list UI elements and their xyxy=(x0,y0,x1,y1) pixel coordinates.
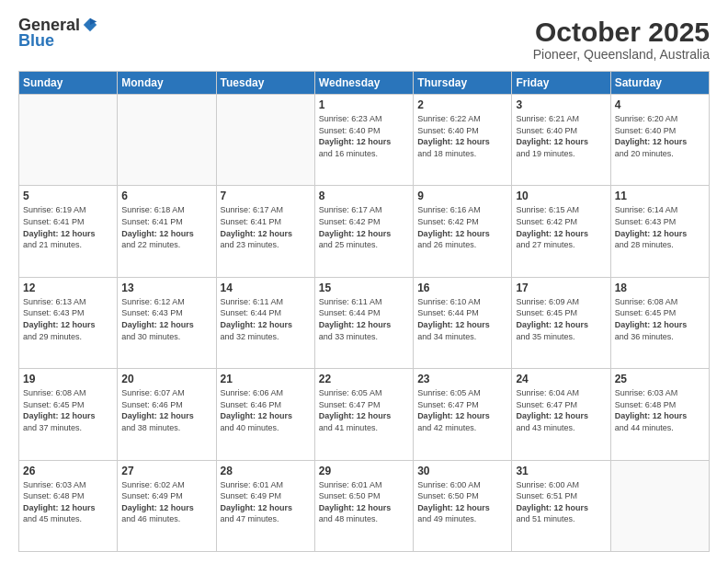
day-number: 20 xyxy=(121,373,211,385)
calendar-cell: 19Sunrise: 6:08 AMSunset: 6:45 PMDayligh… xyxy=(19,369,118,460)
day-info: Sunrise: 6:01 AMSunset: 6:49 PMDaylight:… xyxy=(221,479,311,525)
calendar-cell: 9Sunrise: 6:16 AMSunset: 6:42 PMDaylight… xyxy=(414,186,512,277)
calendar-cell: 7Sunrise: 6:17 AMSunset: 6:41 PMDaylight… xyxy=(216,186,314,277)
calendar-cell: 1Sunrise: 6:23 AMSunset: 6:40 PMDaylight… xyxy=(314,95,413,186)
day-number: 28 xyxy=(221,465,311,477)
day-number: 29 xyxy=(319,465,409,477)
calendar-cell: 2Sunrise: 6:22 AMSunset: 6:40 PMDaylight… xyxy=(414,95,512,186)
day-number: 7 xyxy=(221,190,311,202)
calendar-cell: 4Sunrise: 6:20 AMSunset: 6:40 PMDaylight… xyxy=(610,95,709,186)
day-number: 31 xyxy=(516,465,606,477)
calendar-cell xyxy=(118,95,216,186)
day-number: 15 xyxy=(319,282,409,294)
calendar-cell: 3Sunrise: 6:21 AMSunset: 6:40 PMDaylight… xyxy=(512,95,610,186)
logo-blue-text: Blue xyxy=(18,31,54,51)
day-number: 10 xyxy=(516,190,606,202)
day-info: Sunrise: 6:06 AMSunset: 6:46 PMDaylight:… xyxy=(221,387,311,433)
title-block: October 2025 Pioneer, Queensland, Austra… xyxy=(533,17,710,62)
day-info: Sunrise: 6:22 AMSunset: 6:40 PMDaylight:… xyxy=(417,113,507,159)
calendar-cell: 31Sunrise: 6:00 AMSunset: 6:51 PMDayligh… xyxy=(512,460,610,551)
calendar-cell: 11Sunrise: 6:14 AMSunset: 6:43 PMDayligh… xyxy=(610,186,709,277)
day-info: Sunrise: 6:03 AMSunset: 6:48 PMDaylight:… xyxy=(23,479,113,525)
day-info: Sunrise: 6:10 AMSunset: 6:44 PMDaylight:… xyxy=(417,296,507,342)
day-number: 8 xyxy=(319,190,409,202)
day-number: 4 xyxy=(615,98,705,111)
day-info: Sunrise: 6:11 AMSunset: 6:44 PMDaylight:… xyxy=(319,296,409,342)
day-info: Sunrise: 6:00 AMSunset: 6:50 PMDaylight:… xyxy=(417,479,507,525)
col-header-friday: Friday xyxy=(512,72,610,95)
calendar-cell: 25Sunrise: 6:03 AMSunset: 6:48 PMDayligh… xyxy=(610,369,709,460)
calendar-cell: 21Sunrise: 6:06 AMSunset: 6:46 PMDayligh… xyxy=(216,369,314,460)
day-number: 14 xyxy=(221,282,311,294)
calendar-subtitle: Pioneer, Queensland, Australia xyxy=(533,47,710,62)
calendar-cell: 22Sunrise: 6:05 AMSunset: 6:47 PMDayligh… xyxy=(314,369,413,460)
calendar-cell: 14Sunrise: 6:11 AMSunset: 6:44 PMDayligh… xyxy=(216,277,314,368)
calendar-cell: 18Sunrise: 6:08 AMSunset: 6:45 PMDayligh… xyxy=(610,277,709,368)
day-number: 21 xyxy=(221,373,311,385)
day-info: Sunrise: 6:07 AMSunset: 6:46 PMDaylight:… xyxy=(121,387,211,433)
day-number: 12 xyxy=(23,282,113,294)
calendar-cell: 12Sunrise: 6:13 AMSunset: 6:43 PMDayligh… xyxy=(19,277,118,368)
calendar-cell xyxy=(19,95,118,186)
day-info: Sunrise: 6:08 AMSunset: 6:45 PMDaylight:… xyxy=(615,296,705,342)
day-info: Sunrise: 6:17 AMSunset: 6:42 PMDaylight:… xyxy=(319,204,409,250)
calendar-cell: 16Sunrise: 6:10 AMSunset: 6:44 PMDayligh… xyxy=(414,277,512,368)
col-header-thursday: Thursday xyxy=(414,72,512,95)
day-info: Sunrise: 6:16 AMSunset: 6:42 PMDaylight:… xyxy=(417,204,507,250)
day-info: Sunrise: 6:20 AMSunset: 6:40 PMDaylight:… xyxy=(615,113,705,159)
day-info: Sunrise: 6:15 AMSunset: 6:42 PMDaylight:… xyxy=(516,204,606,250)
day-info: Sunrise: 6:01 AMSunset: 6:50 PMDaylight:… xyxy=(319,479,409,525)
day-info: Sunrise: 6:05 AMSunset: 6:47 PMDaylight:… xyxy=(319,387,409,433)
header-row: SundayMondayTuesdayWednesdayThursdayFrid… xyxy=(19,72,710,95)
day-number: 13 xyxy=(121,282,211,294)
calendar-cell: 15Sunrise: 6:11 AMSunset: 6:44 PMDayligh… xyxy=(314,277,413,368)
week-row-5: 26Sunrise: 6:03 AMSunset: 6:48 PMDayligh… xyxy=(19,460,710,551)
calendar-cell: 27Sunrise: 6:02 AMSunset: 6:49 PMDayligh… xyxy=(118,460,216,551)
col-header-sunday: Sunday xyxy=(19,72,118,95)
day-number: 6 xyxy=(121,190,211,202)
day-number: 27 xyxy=(121,465,211,477)
calendar-cell: 30Sunrise: 6:00 AMSunset: 6:50 PMDayligh… xyxy=(414,460,512,551)
calendar-cell: 28Sunrise: 6:01 AMSunset: 6:49 PMDayligh… xyxy=(216,460,314,551)
calendar-cell xyxy=(610,460,709,551)
calendar-cell: 17Sunrise: 6:09 AMSunset: 6:45 PMDayligh… xyxy=(512,277,610,368)
week-row-2: 5Sunrise: 6:19 AMSunset: 6:41 PMDaylight… xyxy=(19,186,710,277)
day-info: Sunrise: 6:05 AMSunset: 6:47 PMDaylight:… xyxy=(417,387,507,433)
day-number: 26 xyxy=(23,465,113,477)
day-info: Sunrise: 6:21 AMSunset: 6:40 PMDaylight:… xyxy=(516,113,606,159)
day-info: Sunrise: 6:23 AMSunset: 6:40 PMDaylight:… xyxy=(319,113,409,159)
col-header-monday: Monday xyxy=(118,72,216,95)
day-info: Sunrise: 6:18 AMSunset: 6:41 PMDaylight:… xyxy=(121,204,211,250)
day-info: Sunrise: 6:08 AMSunset: 6:45 PMDaylight:… xyxy=(23,387,113,433)
day-info: Sunrise: 6:14 AMSunset: 6:43 PMDaylight:… xyxy=(615,204,705,250)
calendar-table: SundayMondayTuesdayWednesdayThursdayFrid… xyxy=(18,71,710,552)
calendar-cell xyxy=(216,95,314,186)
calendar-title: October 2025 xyxy=(533,17,710,47)
day-info: Sunrise: 6:02 AMSunset: 6:49 PMDaylight:… xyxy=(121,479,211,525)
day-info: Sunrise: 6:00 AMSunset: 6:51 PMDaylight:… xyxy=(516,479,606,525)
day-number: 11 xyxy=(615,190,705,202)
day-info: Sunrise: 6:04 AMSunset: 6:47 PMDaylight:… xyxy=(516,387,606,433)
header: General Blue October 2025 Pioneer, Queen… xyxy=(18,17,710,62)
day-number: 22 xyxy=(319,373,409,385)
day-number: 17 xyxy=(516,282,606,294)
calendar-cell: 23Sunrise: 6:05 AMSunset: 6:47 PMDayligh… xyxy=(414,369,512,460)
week-row-4: 19Sunrise: 6:08 AMSunset: 6:45 PMDayligh… xyxy=(19,369,710,460)
day-number: 19 xyxy=(23,373,113,385)
calendar-cell: 13Sunrise: 6:12 AMSunset: 6:43 PMDayligh… xyxy=(118,277,216,368)
week-row-3: 12Sunrise: 6:13 AMSunset: 6:43 PMDayligh… xyxy=(19,277,710,368)
calendar-cell: 26Sunrise: 6:03 AMSunset: 6:48 PMDayligh… xyxy=(19,460,118,551)
calendar-cell: 8Sunrise: 6:17 AMSunset: 6:42 PMDaylight… xyxy=(314,186,413,277)
calendar-cell: 29Sunrise: 6:01 AMSunset: 6:50 PMDayligh… xyxy=(314,460,413,551)
day-number: 25 xyxy=(615,373,705,385)
day-number: 1 xyxy=(319,98,409,111)
page: General Blue October 2025 Pioneer, Queen… xyxy=(0,0,728,563)
day-info: Sunrise: 6:13 AMSunset: 6:43 PMDaylight:… xyxy=(23,296,113,342)
calendar-cell: 6Sunrise: 6:18 AMSunset: 6:41 PMDaylight… xyxy=(118,186,216,277)
day-info: Sunrise: 6:19 AMSunset: 6:41 PMDaylight:… xyxy=(23,204,113,250)
day-number: 24 xyxy=(516,373,606,385)
col-header-wednesday: Wednesday xyxy=(314,72,413,95)
logo: General Blue xyxy=(18,17,98,51)
col-header-saturday: Saturday xyxy=(610,72,709,95)
day-number: 30 xyxy=(417,465,507,477)
